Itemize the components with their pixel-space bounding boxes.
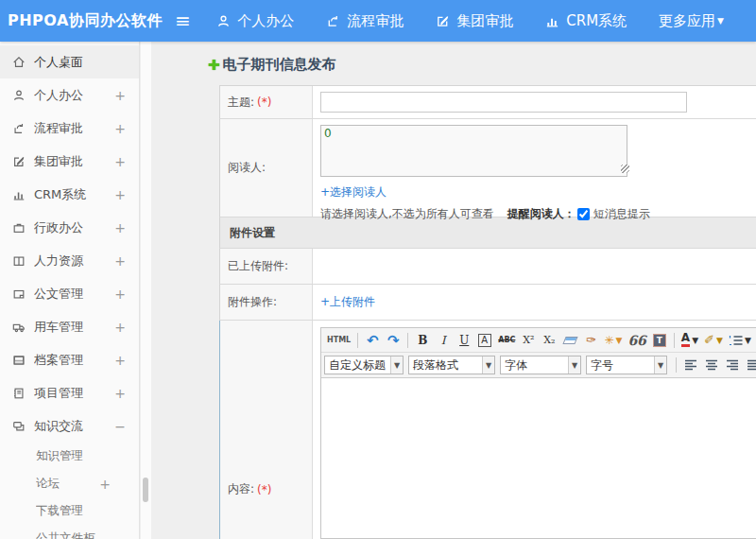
font-family-select[interactable]: 字体 ▼: [500, 356, 581, 374]
attachment-ops-row: 附件操作: +上传附件: [219, 285, 756, 321]
align-right-button[interactable]: [723, 356, 742, 374]
nav-crm-system[interactable]: CRM系统: [545, 12, 627, 30]
align-justify-button[interactable]: [744, 356, 756, 374]
sidebar-item-crm-system[interactable]: CRM系统 +: [0, 178, 139, 211]
subject-value-cell: [313, 86, 756, 118]
ops-label: 附件操作:: [228, 294, 277, 310]
format-painter-button[interactable]: ✑: [581, 331, 600, 350]
align-center-button[interactable]: [702, 356, 721, 374]
subject-input[interactable]: [320, 92, 687, 113]
edit-icon: [12, 155, 26, 168]
expand-toggle[interactable]: +: [114, 320, 126, 335]
toolbar-separator: [676, 357, 677, 373]
sidebar-item-project-management[interactable]: 项目管理 +: [0, 376, 139, 409]
nav-more-apps[interactable]: 更多应用 ▼: [659, 12, 724, 30]
nav-group-approval[interactable]: 集团审批: [436, 12, 513, 30]
size-select-value: 字号: [591, 357, 613, 374]
flow-icon: [12, 122, 26, 135]
editor-toolbar-row2: 自定义标题 ▼ 段落格式 ▼ 字体 ▼: [321, 353, 756, 377]
paragraph-select-value: 段落格式: [413, 357, 458, 374]
html-source-button[interactable]: HTML: [325, 331, 352, 350]
bar-chart-icon: [12, 188, 26, 201]
caret-down-icon: ▼: [745, 336, 751, 345]
readers-value-cell: 0 +选择阅读人 请选择阅读人,不选为所有人可查看 提醒阅读人： 短消息提示: [313, 119, 756, 217]
bold-button[interactable]: B: [413, 331, 432, 350]
boxed-a-icon: A: [478, 334, 491, 347]
sidebar-subitem-forum[interactable]: 论坛 +: [0, 470, 139, 497]
page-title-text: 电子期刊信息发布: [223, 56, 336, 74]
heading-select[interactable]: 自定义标题 ▼: [324, 356, 404, 374]
nav-label: 更多应用: [659, 12, 715, 30]
app-window: PHPOA协同办公软件 ≡ 个人办公 流程审批 集团审批 CRM系统 更多应用 …: [0, 0, 756, 539]
sidebar-item-human-resources[interactable]: 人力资源 +: [0, 244, 139, 277]
sidebar-subitem-label: 公共文件柜: [36, 530, 99, 539]
expand-toggle[interactable]: +: [99, 477, 111, 492]
sidebar-item-label: 用车管理: [34, 319, 114, 336]
highlight-color-button[interactable]: ✐▼: [702, 331, 725, 350]
italic-button[interactable]: I: [434, 331, 453, 350]
sidebar-item-admin-office[interactable]: 行政办公 +: [0, 211, 139, 244]
expand-toggle[interactable]: −: [114, 419, 126, 434]
sidebar-item-archive-management[interactable]: 档案管理 +: [0, 343, 139, 376]
upload-attachment-link[interactable]: +上传附件: [320, 294, 375, 310]
superscript-button[interactable]: X²: [519, 331, 538, 350]
undo-button[interactable]: ↶: [363, 331, 382, 350]
expand-toggle[interactable]: +: [114, 187, 126, 202]
sidebar-item-workflow-approval[interactable]: 流程审批 +: [0, 112, 139, 145]
nav-personal-office[interactable]: 个人办公: [216, 12, 294, 30]
expand-toggle[interactable]: +: [114, 154, 126, 169]
sidebar-item-label: 流程审批: [34, 120, 114, 137]
sidebar: 个人桌面 个人办公 + 流程审批 + 集团审批 + CRM系统 + 行政办公 +: [0, 42, 140, 539]
sidebar-item-document-management[interactable]: 公文管理 +: [0, 277, 139, 310]
chat-bubbles-icon: [12, 420, 26, 433]
sidebar-item-personal-office[interactable]: 个人办公 +: [0, 78, 139, 112]
strikethrough-button[interactable]: ABC: [496, 331, 517, 350]
sidebar-subitem-knowledge-management[interactable]: 知识管理: [0, 443, 139, 470]
redo-button[interactable]: ↷: [384, 331, 403, 350]
select-readers-link[interactable]: +选择阅读人: [320, 185, 387, 199]
subject-label-cell: 主题: (*): [220, 86, 313, 118]
eraser-button[interactable]: [560, 331, 579, 350]
subject-row: 主题: (*): [219, 86, 756, 119]
sidebar-item-personal-desktop[interactable]: 个人桌面: [0, 45, 139, 78]
paste-plain-text-button[interactable]: T: [650, 331, 669, 350]
sidebar-subitem-public-file-cabinet[interactable]: 公共文件柜: [0, 525, 139, 539]
toolbar-separator: [407, 333, 408, 348]
uploaded-attachments-row: 已上传附件:: [219, 249, 756, 285]
expand-toggle[interactable]: +: [114, 121, 126, 136]
font-size-select[interactable]: 字号 ▼: [586, 356, 667, 374]
sms-notify-checkbox[interactable]: [577, 208, 590, 220]
expand-toggle[interactable]: +: [114, 353, 126, 368]
project-journal-icon: [12, 387, 26, 400]
sidebar-scrollbar[interactable]: [143, 478, 148, 502]
edit-icon: [436, 14, 450, 28]
editor-content-area[interactable]: [321, 377, 756, 538]
align-left-button[interactable]: [681, 356, 700, 374]
expand-toggle[interactable]: +: [114, 253, 126, 269]
required-marker: (*): [257, 483, 271, 496]
ordered-list-button[interactable]: ▼: [727, 331, 753, 350]
paragraph-format-select[interactable]: 段落格式 ▼: [408, 356, 495, 374]
subject-label: 主题:: [228, 95, 254, 111]
blockquote-button[interactable]: 66: [626, 331, 647, 350]
sidebar-item-group-approval[interactable]: 集团审批 +: [0, 145, 139, 178]
font-style-button[interactable]: A: [475, 331, 494, 350]
sidebar-subitem-label: 知识管理: [36, 448, 99, 464]
nav-workflow-approval[interactable]: 流程审批: [326, 12, 404, 30]
content-row: 内容: (*) HTML ↶ ↷ B I U: [219, 321, 756, 539]
ordered-list-icon: [729, 335, 743, 346]
font-color-button[interactable]: A▼: [679, 331, 700, 350]
expand-toggle[interactable]: +: [114, 220, 126, 235]
expand-toggle[interactable]: +: [114, 287, 126, 302]
hamburger-menu-icon[interactable]: ≡: [166, 9, 200, 32]
sidebar-subitem-download-management[interactable]: 下载管理: [0, 497, 139, 525]
underline-button[interactable]: U: [455, 331, 473, 350]
auto-typeset-button[interactable]: ✳▼: [602, 331, 624, 350]
heading-select-value: 自定义标题: [329, 357, 386, 374]
sidebar-item-vehicle-management[interactable]: 用车管理 +: [0, 310, 139, 343]
expand-toggle[interactable]: +: [114, 88, 126, 103]
expand-toggle[interactable]: +: [114, 386, 126, 401]
sidebar-item-knowledge-exchange[interactable]: 知识交流 −: [0, 409, 139, 443]
subscript-button[interactable]: X₂: [540, 331, 558, 350]
readers-textarea[interactable]: 0: [320, 125, 627, 177]
